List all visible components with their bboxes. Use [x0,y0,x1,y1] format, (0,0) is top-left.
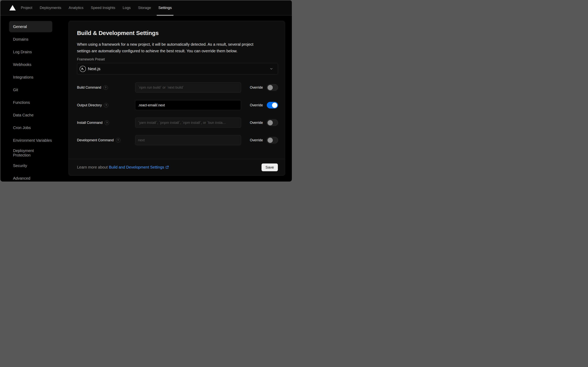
sidebar-item-domains[interactable]: Domains [9,34,52,45]
framework-preset-label: Framework Preset [77,57,105,61]
install-command-override-toggle[interactable] [267,119,278,126]
nextjs-logo-icon [80,66,86,72]
sidebar-item-git[interactable]: Git [9,84,52,95]
nav-tabs: Project Deployments Analytics Speed Insi… [21,0,172,15]
framework-preset-select[interactable]: Next.js [77,63,278,75]
build-command-override-toggle[interactable] [267,84,278,91]
card-footer: Learn more about Build and Development S… [69,159,285,175]
development-command-row: Development Command ? Override [77,135,278,145]
build-command-row: Build Command ? Override [77,83,278,92]
sidebar-item-deployment-protection[interactable]: Deployment Protection [9,147,52,158]
development-command-label: Development Command [77,138,114,142]
build-settings-docs-link[interactable]: Build and Development Settings [109,165,169,169]
output-directory-override-toggle[interactable] [267,102,278,108]
sidebar-item-functions[interactable]: Functions [9,97,52,108]
footer-link-label: Build and Development Settings [109,165,164,169]
override-label: Override [250,85,263,90]
toggle-knob [272,103,277,108]
tab-settings[interactable]: Settings [159,0,172,15]
chevron-down-icon [269,67,273,71]
build-command-input[interactable] [135,83,241,92]
help-icon[interactable]: ? [103,85,108,90]
install-command-label: Install Command [77,121,102,125]
install-command-row: Install Command ? Override [77,118,278,128]
sidebar-item-advanced[interactable]: Advanced [9,173,52,182]
development-command-override-toggle[interactable] [267,137,278,143]
tab-logs[interactable]: Logs [123,0,131,15]
framework-preset-value: Next.js [88,67,100,71]
external-link-icon [165,166,169,169]
sidebar-item-environment-variables[interactable]: Environment Variables [9,135,52,146]
settings-sidebar: General Domains Log Drains Webhooks Inte… [9,21,52,182]
tab-speed-insights[interactable]: Speed Insights [91,0,115,15]
sidebar-item-integrations[interactable]: Integrations [9,72,52,83]
footer-prefix: Learn more about [77,165,108,169]
output-directory-row: Output Directory ? Override [77,100,278,110]
sidebar-item-log-drains[interactable]: Log Drains [9,46,52,58]
footer-text: Learn more about Build and Development S… [77,165,169,169]
output-directory-input[interactable] [135,100,241,110]
install-command-input[interactable] [135,118,241,128]
sidebar-item-cron-jobs[interactable]: Cron Jobs [9,122,52,133]
build-command-label: Build Command [77,85,101,90]
tab-deployments[interactable]: Deployments [40,0,61,15]
toggle-knob [268,85,273,90]
toggle-knob [268,138,273,143]
override-label: Override [250,103,263,107]
sidebar-item-data-cache[interactable]: Data Cache [9,109,52,121]
app-window: Project Deployments Analytics Speed Insi… [0,0,292,182]
help-icon[interactable]: ? [104,103,108,108]
help-icon[interactable]: ? [105,121,109,125]
tab-project[interactable]: Project [21,0,32,15]
top-nav: Project Deployments Analytics Speed Insi… [0,0,292,16]
toggle-knob [268,120,273,125]
output-directory-label: Output Directory [77,103,102,107]
save-button[interactable]: Save [261,164,278,171]
section-description: When using a framework for a new project… [77,41,279,54]
sidebar-item-general[interactable]: General [9,21,52,32]
help-icon[interactable]: ? [116,138,120,142]
development-command-input[interactable] [135,135,241,145]
tab-analytics[interactable]: Analytics [69,0,84,15]
build-settings-card: Build & Development Settings When using … [68,21,285,176]
sidebar-item-security[interactable]: Security [9,160,52,171]
override-label: Override [250,138,263,142]
page-title: Build & Development Settings [77,30,159,36]
tab-storage[interactable]: Storage [138,0,151,15]
sidebar-item-webhooks[interactable]: Webhooks [9,59,52,70]
vercel-logo-icon[interactable] [9,0,16,15]
override-label: Override [250,121,263,125]
